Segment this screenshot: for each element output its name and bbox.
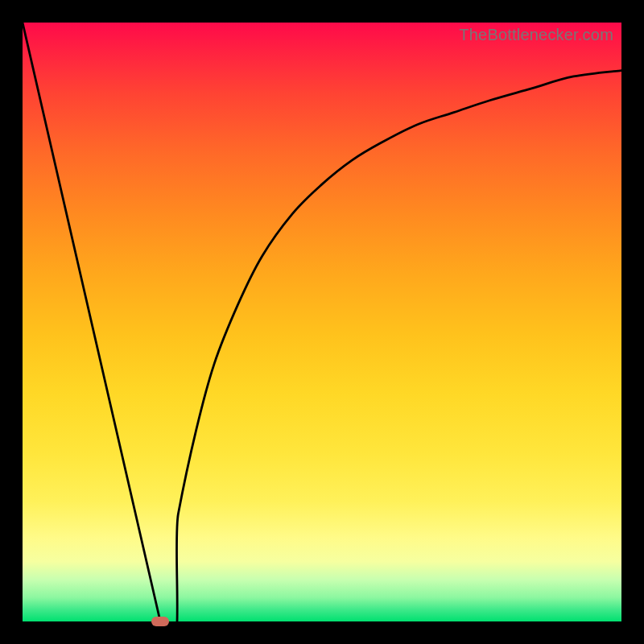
chart-curve bbox=[23, 23, 621, 621]
plot-area: TheBottlenecker.com bbox=[23, 23, 621, 621]
optimal-marker bbox=[151, 617, 169, 626]
